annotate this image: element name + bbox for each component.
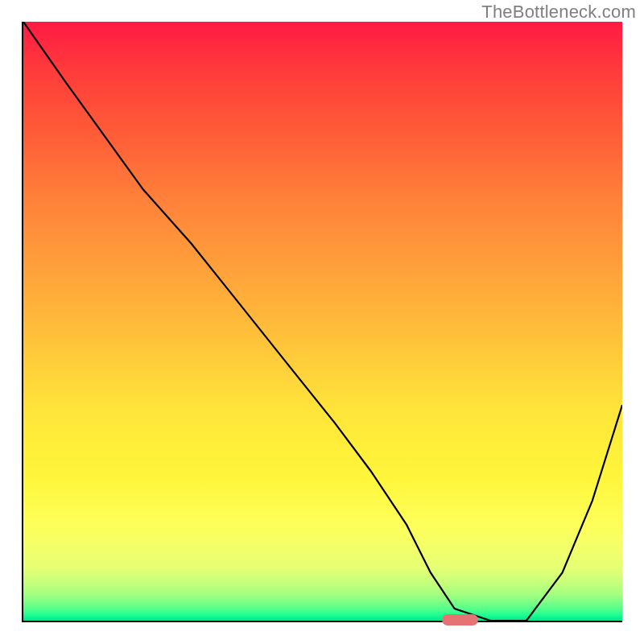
bottleneck-curve — [23, 22, 622, 621]
chart-container: TheBottleneck.com — [0, 0, 644, 644]
plot-area — [22, 22, 622, 622]
watermark-text: TheBottleneck.com — [481, 2, 636, 23]
optimal-marker — [442, 614, 478, 625]
